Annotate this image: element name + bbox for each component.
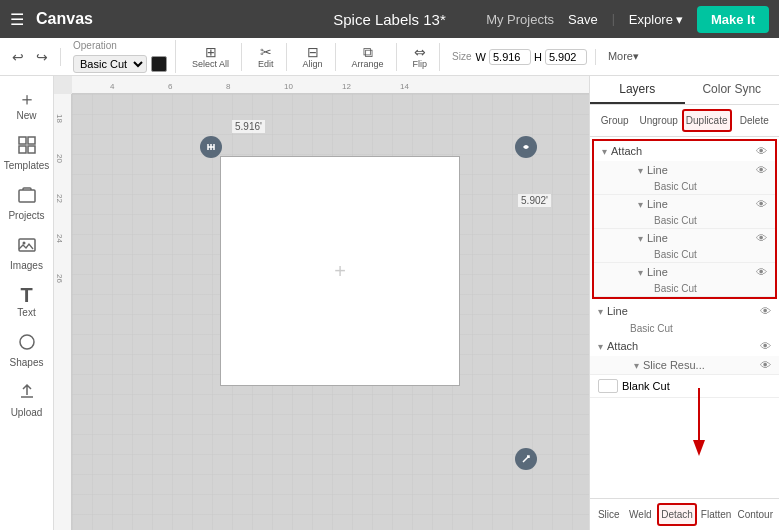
sidebar-item-templates[interactable]: Templates <box>3 129 51 177</box>
document-title: Spice Labels 13* <box>333 11 446 28</box>
make-it-button[interactable]: Make It <box>697 6 769 33</box>
app-logo: Canvas <box>36 10 93 28</box>
ruler-tick-10: 10 <box>284 82 293 91</box>
width-input[interactable] <box>489 49 531 65</box>
handle-bottom-right[interactable] <box>515 448 537 470</box>
svg-point-7 <box>20 335 34 349</box>
height-dimension-label: 5.902' <box>518 194 551 207</box>
eye-icon-line1[interactable]: 👁 <box>756 164 767 176</box>
ruler-vertical: 18 20 22 24 26 <box>54 94 72 530</box>
crosshair-icon: + <box>334 260 346 283</box>
line3-item[interactable]: ▾ Line 👁 <box>614 229 775 247</box>
size-inputs: W H <box>476 49 587 65</box>
shapes-icon <box>17 332 37 355</box>
more-button[interactable]: More▾ <box>608 50 639 63</box>
edit-button[interactable]: ✂ Edit <box>254 43 278 71</box>
sidebar-label-shapes: Shapes <box>10 357 44 368</box>
eye-icon-attach2[interactable]: 👁 <box>760 340 771 352</box>
eye-icon-attach[interactable]: 👁 <box>756 145 767 157</box>
undo-button[interactable]: ↩ <box>8 48 28 66</box>
select-all-button[interactable]: ⊞ Select All <box>188 43 233 71</box>
arrange-section: ⧉ Arrange <box>348 43 397 71</box>
save-button[interactable]: Save <box>568 12 598 27</box>
delete-button[interactable]: Delete <box>734 109 775 132</box>
handle-right[interactable] <box>515 136 537 158</box>
sidebar-label-templates: Templates <box>4 160 50 171</box>
size-section: Size W H <box>452 49 596 65</box>
height-input[interactable] <box>545 49 587 65</box>
attach2-label: Attach <box>607 340 756 352</box>
ungroup-button[interactable]: Ungroup <box>637 109 679 132</box>
ruler-tick-6: 6 <box>168 82 172 91</box>
line2-item[interactable]: ▾ Line 👁 <box>614 195 775 213</box>
line1-item[interactable]: ▾ Line 👁 <box>614 161 775 179</box>
explore-menu[interactable]: Explore ▾ <box>629 12 683 27</box>
blank-cut-label: Blank Cut <box>622 380 670 392</box>
my-projects-link[interactable]: My Projects <box>486 12 554 27</box>
arrow-svg <box>679 388 719 468</box>
sidebar-label-projects: Projects <box>8 210 44 221</box>
contour-button[interactable]: Contour <box>735 503 775 526</box>
attach2-group-item[interactable]: ▾ Attach 👁 <box>590 336 779 356</box>
duplicate-button[interactable]: Duplicate <box>682 109 732 132</box>
line2-group: ▾ Line 👁 Basic Cut <box>594 195 775 229</box>
line4-item[interactable]: ▾ Line 👁 <box>614 263 775 281</box>
detach-button[interactable]: Detach <box>657 503 697 526</box>
eye-icon-line4[interactable]: 👁 <box>756 266 767 278</box>
ruler-v-tick-18: 18 <box>55 114 64 123</box>
weld-button[interactable]: Weld <box>626 503 656 526</box>
canvas-content[interactable]: 5.916' 5.902' + <box>72 94 589 530</box>
operation-select[interactable]: Basic Cut <box>73 55 147 73</box>
slice-button[interactable]: Slice <box>594 503 624 526</box>
projects-icon <box>17 185 37 208</box>
arrange-button[interactable]: ⧉ Arrange <box>348 43 388 71</box>
tab-layers[interactable]: Layers <box>590 76 685 104</box>
canvas-area[interactable]: 4 6 8 10 12 14 18 20 22 24 26 <box>54 76 589 530</box>
selection-box[interactable]: + <box>220 156 460 386</box>
color-swatch[interactable] <box>151 56 167 72</box>
eye-icon-line2[interactable]: 👁 <box>756 198 767 210</box>
align-button[interactable]: ⊟ Align <box>299 43 327 71</box>
slice-result-label: Slice Resu... <box>643 359 756 371</box>
ruler-v-tick-22: 22 <box>55 194 64 203</box>
slice-result-group: ▾ Slice Resu... 👁 <box>590 356 779 375</box>
select-all-section: ⊞ Select All <box>188 43 242 71</box>
sidebar-item-shapes[interactable]: Shapes <box>3 326 51 374</box>
expand-slice-icon: ▾ <box>634 360 639 371</box>
handle-left[interactable] <box>200 136 222 158</box>
svg-rect-1 <box>28 137 35 144</box>
ruler-v-tick-26: 26 <box>55 274 64 283</box>
eye-icon-standalone[interactable]: 👁 <box>760 305 771 317</box>
expand-line3-icon: ▾ <box>638 233 643 244</box>
flip-section: ⇔ Flip <box>409 43 441 71</box>
flip-button[interactable]: ⇔ Flip <box>409 43 432 71</box>
text-icon: T <box>20 285 32 305</box>
sidebar-item-new[interactable]: ＋ New <box>3 84 51 127</box>
menu-icon[interactable]: ☰ <box>10 10 24 29</box>
sidebar-label-new: New <box>16 110 36 121</box>
bottom-panel: Slice Weld Detach Flatten Contour <box>590 498 779 530</box>
ruler-tick-8: 8 <box>226 82 230 91</box>
tab-color-sync[interactable]: Color Sync <box>685 76 780 104</box>
height-label: H <box>534 51 542 63</box>
svg-rect-4 <box>19 190 35 202</box>
slice-result-item[interactable]: ▾ Slice Resu... 👁 <box>610 356 779 374</box>
sidebar-item-upload[interactable]: Upload <box>3 376 51 424</box>
attach-group-item[interactable]: ▾ Attach 👁 <box>594 141 775 161</box>
eye-icon-slice[interactable]: 👁 <box>760 359 771 371</box>
edit-section: ✂ Edit <box>254 43 287 71</box>
sidebar-item-images[interactable]: Images <box>3 229 51 277</box>
flatten-button[interactable]: Flatten <box>699 503 734 526</box>
group-button[interactable]: Group <box>594 109 635 132</box>
ruler-tick-4: 4 <box>110 82 114 91</box>
standalone-line-label: Line <box>607 305 756 317</box>
standalone-line-item[interactable]: ▾ Line 👁 <box>590 301 779 321</box>
line2-cut: Basic Cut <box>614 213 775 228</box>
eye-icon-line3[interactable]: 👁 <box>756 232 767 244</box>
undo-redo-section: ↩ ↪ <box>8 48 61 66</box>
line2-label: Line <box>647 198 752 210</box>
redo-button[interactable]: ↪ <box>32 48 52 66</box>
sidebar-item-text[interactable]: T Text <box>3 279 51 324</box>
line4-cut: Basic Cut <box>614 281 775 296</box>
sidebar-item-projects[interactable]: Projects <box>3 179 51 227</box>
